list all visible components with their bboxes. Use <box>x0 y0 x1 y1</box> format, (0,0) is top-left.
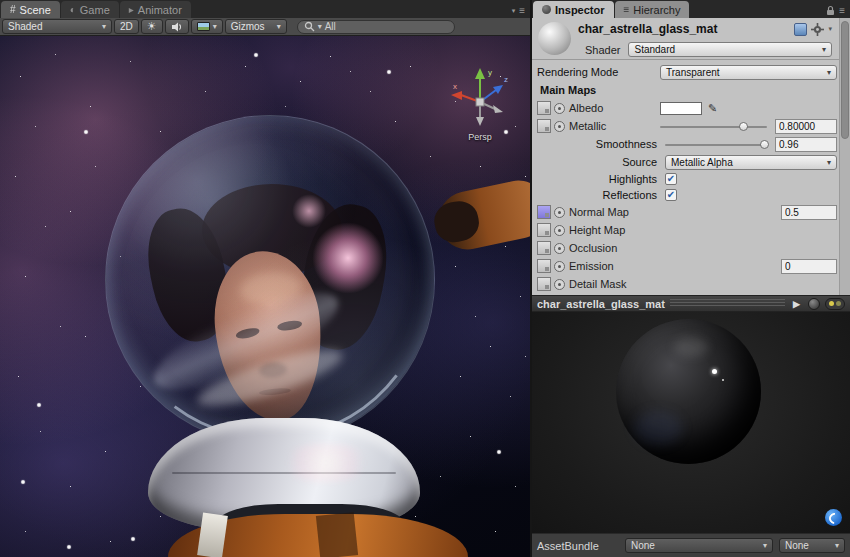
scene-panel: # Scene ◐ Game ▸ Animator ▾ ≡ Shaded ▾ <box>0 0 532 557</box>
rendering-mode-dropdown[interactable]: Transparent ▾ <box>660 65 837 80</box>
astronaut-helmet <box>105 115 435 445</box>
object-picker-icon[interactable] <box>554 279 565 290</box>
metallic-texture-slot[interactable] <box>537 119 551 133</box>
emission-texture-slot[interactable] <box>537 259 551 273</box>
lighting-toggle-button[interactable]: ☀ <box>141 19 163 34</box>
object-picker-icon[interactable] <box>554 243 565 254</box>
tab-animator[interactable]: ▸ Animator <box>120 1 191 18</box>
material-preview-area[interactable] <box>532 312 850 533</box>
lock-icon[interactable] <box>826 5 835 16</box>
scene-viewport[interactable]: y x z Persp <box>0 36 530 557</box>
gizmos-label: Gizmos <box>231 21 265 32</box>
tab-inspector[interactable]: Inspector <box>533 1 614 18</box>
preview-sphere[interactable] <box>616 319 761 464</box>
audio-toggle-button[interactable] <box>165 19 189 34</box>
nebula-knot <box>312 222 384 294</box>
scene-orientation-gizmo[interactable]: y x z Persp <box>444 62 516 142</box>
material-properties: Rendering Mode Transparent ▾ Main Maps <box>532 60 850 295</box>
albedo-color-swatch[interactable] <box>660 102 702 115</box>
object-picker-icon[interactable] <box>554 261 565 272</box>
gear-icon[interactable] <box>811 23 824 36</box>
object-picker-icon[interactable] <box>554 121 565 132</box>
scene-search-field[interactable]: ▾ All <box>297 20 455 34</box>
smoothness-label: Smoothness <box>537 138 657 150</box>
highlights-label: Highlights <box>537 173 657 185</box>
emission-value-field[interactable] <box>781 259 837 274</box>
scene-window-menu: ▾ ≡ <box>512 5 530 18</box>
albedo-texture-slot[interactable] <box>537 101 551 115</box>
smoothness-row: Smoothness <box>532 135 850 153</box>
main-maps-heading: Main Maps <box>537 84 596 96</box>
suit-strap-dark <box>316 512 358 557</box>
help-icon[interactable] <box>794 23 807 36</box>
shader-dropdown[interactable]: Standard ▾ <box>628 42 832 57</box>
preview-shape-toggle[interactable] <box>808 298 820 310</box>
scrollbar-thumb[interactable] <box>841 21 849 139</box>
rendering-mode-label: Rendering Mode <box>537 66 660 78</box>
shading-mode-dropdown[interactable]: Shaded ▾ <box>2 19 112 34</box>
axis-gizmo-icon: y x z <box>444 62 516 134</box>
window-menu-icon[interactable]: ≡ <box>519 5 525 16</box>
inspector-icon <box>542 5 551 14</box>
highlights-checkbox[interactable]: ✔ <box>665 173 677 185</box>
search-scope-label: All <box>325 21 336 32</box>
slider-thumb[interactable] <box>739 122 748 131</box>
shading-mode-label: Shaded <box>8 21 42 32</box>
sun-icon: ☀ <box>147 20 157 33</box>
gizmos-dropdown[interactable]: Gizmos ▾ <box>225 19 287 34</box>
drag-handle-icon[interactable] <box>670 299 785 308</box>
chevron-down-icon: ▾ <box>277 22 281 31</box>
chevron-down-icon: ▾ <box>830 541 839 550</box>
sphere-reflection <box>674 337 708 357</box>
chevron-down-icon[interactable]: ▾ <box>512 7 516 15</box>
toggle-2d-button[interactable]: 2D <box>114 19 139 34</box>
tab-hierarchy[interactable]: ≡ Hierarchy <box>615 1 690 18</box>
asset-bundle-dropdown[interactable]: None ▾ <box>625 538 773 553</box>
chevron-down-icon[interactable]: ▾ <box>828 25 832 33</box>
material-sphere-icon[interactable] <box>538 22 571 55</box>
tab-scene-label: Scene <box>20 4 51 16</box>
smoothness-slider[interactable] <box>665 137 767 152</box>
detail-mask-row: Detail Mask <box>532 275 850 293</box>
reflections-checkbox[interactable]: ✔ <box>665 189 677 201</box>
metallic-slider[interactable] <box>660 119 767 134</box>
normal-map-value-field[interactable] <box>781 205 837 220</box>
detail-mask-texture-slot[interactable] <box>537 277 551 291</box>
tab-animator-label: Animator <box>138 4 182 16</box>
search-icon <box>304 21 315 32</box>
bright-stars <box>0 36 2 38</box>
emission-row: Emission <box>532 257 850 275</box>
height-map-label: Height Map <box>569 224 625 236</box>
chevron-down-icon: ▾ <box>102 22 106 31</box>
material-name: char_astrella_glass_mat <box>578 22 790 36</box>
metallic-value-field[interactable] <box>775 119 837 134</box>
normal-map-texture-slot[interactable] <box>537 205 551 219</box>
smoothness-value-field[interactable] <box>775 137 837 152</box>
height-map-row: Height Map <box>532 221 850 239</box>
source-dropdown[interactable]: Metallic Alpha ▾ <box>665 155 837 170</box>
object-picker-icon[interactable] <box>554 103 565 114</box>
toggle-2d-label: 2D <box>120 21 133 32</box>
panel-menu-icon[interactable]: ≡ <box>839 5 845 16</box>
tab-game[interactable]: ◐ Game <box>61 1 119 18</box>
object-picker-icon[interactable] <box>554 225 565 236</box>
detail-mask-label: Detail Mask <box>569 278 626 290</box>
scene-tab-bar: # Scene ◐ Game ▸ Animator ▾ ≡ <box>0 0 530 18</box>
tab-scene[interactable]: # Scene <box>1 1 60 18</box>
height-map-texture-slot[interactable] <box>537 223 551 237</box>
material-header: char_astrella_glass_mat ▾ <box>532 18 850 60</box>
asset-variant-dropdown[interactable]: None ▾ <box>779 538 845 553</box>
play-icon[interactable]: ▶ <box>790 299 803 309</box>
lens-flare <box>278 444 374 482</box>
preview-header[interactable]: char_astrella_glass_mat ▶ <box>532 295 850 312</box>
object-picker-icon[interactable] <box>554 207 565 218</box>
asset-store-icon[interactable] <box>825 509 842 526</box>
asset-variant-value: None <box>785 540 809 551</box>
occlusion-texture-slot[interactable] <box>537 241 551 255</box>
eyedropper-icon[interactable]: ✎ <box>708 102 717 115</box>
slider-thumb[interactable] <box>760 140 769 149</box>
tab-hierarchy-label: Hierarchy <box>633 4 680 16</box>
inspector-scrollbar[interactable] <box>839 18 850 295</box>
preview-lighting-toggle[interactable] <box>825 298 845 310</box>
effects-dropdown[interactable]: ▾ <box>191 19 223 34</box>
